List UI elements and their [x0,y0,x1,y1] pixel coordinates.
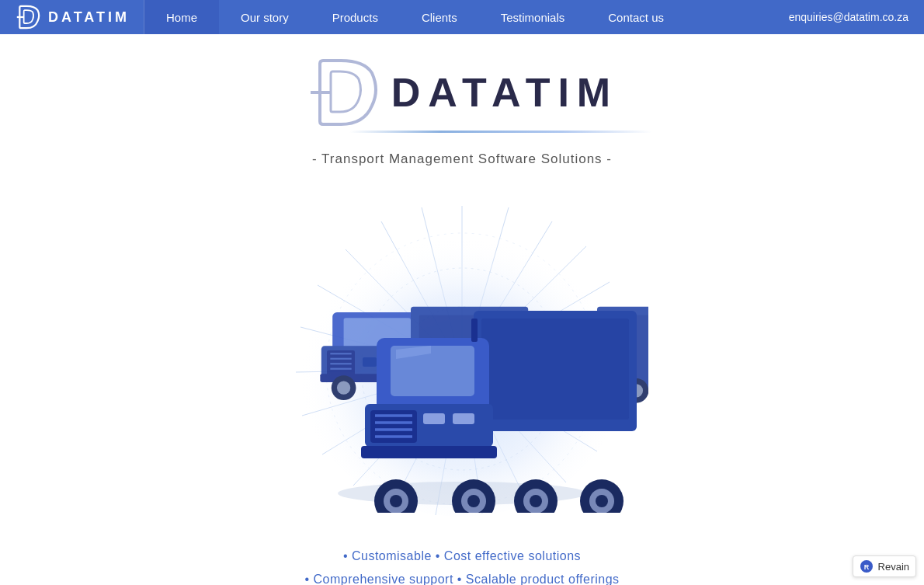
tagline: - Transport Management Software Solution… [312,151,612,167]
nav-item-products[interactable]: Products [311,0,400,34]
main-content: DATATIM - Transport Management Software … [0,34,924,585]
svg-rect-69 [481,319,629,420]
nav-item-contact[interactable]: Contact us [586,0,686,34]
svg-text:R: R [863,563,869,571]
brand-name: DATATIM [391,69,618,116]
brand-logo: DATATIM [306,57,618,127]
nav-logo-text: DATATIM [48,9,130,26]
nav-item-our-story[interactable]: Our story [219,0,311,34]
svg-point-85 [390,495,402,507]
truck-area [268,183,656,517]
svg-rect-81 [361,446,497,458]
svg-point-94 [596,495,608,507]
revain-icon: R [860,559,874,573]
bullet-line-1: • Customisable • Cost effective solution… [304,549,619,563]
logo-area: DATATIM [272,57,652,133]
nav-item-clients[interactable]: Clients [400,0,479,34]
nav-logo[interactable]: DATATIM [0,0,144,34]
nav-item-home[interactable]: Home [144,0,219,34]
brand-d-icon [306,57,384,127]
brand-underline [349,131,652,133]
svg-rect-82 [471,319,478,342]
nav-email[interactable]: enquiries@datatim.co.za [789,11,924,23]
svg-rect-79 [423,413,445,424]
datatim-logo-icon [14,5,42,30]
bullet-line-2: • Comprehensive support • Scalable produ… [304,573,619,585]
revain-badge[interactable]: R Revain [853,555,916,577]
svg-rect-80 [453,413,474,424]
svg-point-40 [337,381,350,395]
bullets-section: • Customisable • Cost effective solution… [304,540,619,585]
svg-point-88 [467,495,480,507]
svg-point-91 [530,495,542,507]
svg-rect-95 [363,357,377,367]
nav-item-testimonials[interactable]: Testimonials [479,0,587,34]
trucks-image [276,186,648,513]
navigation: DATATIM Home Our story Products Clients … [0,0,924,34]
